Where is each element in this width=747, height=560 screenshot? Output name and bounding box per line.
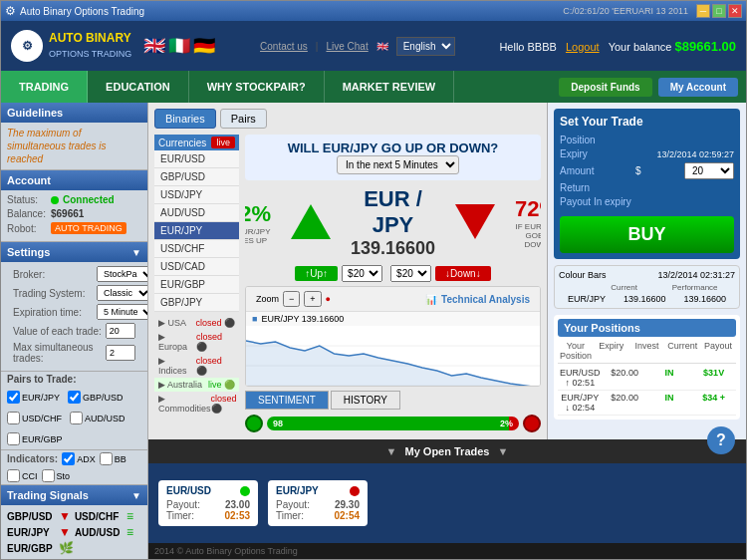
language-select[interactable]: English <box>396 37 455 56</box>
live-chat-link[interactable]: Live Chat <box>326 41 368 52</box>
trade-card-eurusd: EUR/USD Payout: 23.00 Timer: 02:53 <box>158 480 258 526</box>
guidelines-text: The maximum of simultaneous trades is re… <box>1 123 147 169</box>
currency-item-eurjpy[interactable]: EUR/JPY <box>154 222 239 240</box>
trade-card-payout-row: Payout: 23.00 <box>166 499 250 510</box>
sentiment-up-pct: 98 <box>267 417 509 430</box>
history-tab[interactable]: HISTORY <box>331 391 400 410</box>
signals-list: GBP/USD ▼ USD/CHF ≡ EUR/JPY ▼ AUD/USD ≡ … <box>1 505 147 559</box>
percentage-row: 72% IF EUR/JPY GOES UP EUR / JPY 139.166… <box>245 186 541 259</box>
nav-tab-market[interactable]: MARKET REVIEW <box>325 71 455 103</box>
settings-section: Settings ▼ Broker: StockPair Trading Sys… <box>1 242 147 372</box>
broker-select[interactable]: StockPair <box>97 266 148 282</box>
logout-link[interactable]: Logout <box>566 41 600 53</box>
pairs-label: Pairs to Trade: <box>1 372 147 387</box>
up-control: ↑Up↑ $20 <box>295 265 382 282</box>
open-trades-bar[interactable]: ▼ My Open Trades ▼ <box>148 439 746 463</box>
binaries-tab[interactable]: Binaries <box>154 109 216 129</box>
amount-select[interactable]: 20 <box>684 162 734 179</box>
auto-trading-badge: AUTO TRADING <box>51 222 126 234</box>
my-account-button[interactable]: My Account <box>658 78 738 97</box>
signals-title: Trading Signals ▼ <box>1 485 147 505</box>
header-right: Hello BBBB Logout Your balance $89661.00 <box>499 39 736 54</box>
currency-item-eurgbp[interactable]: EUR/GBP <box>154 276 239 294</box>
technical-analysis-label: 📊 Technical Analysis <box>419 292 536 307</box>
sentiment-bar: 98 2% <box>245 414 541 433</box>
location-australia: ▶ Australialive 🟢 <box>154 378 239 392</box>
up-amount-select[interactable]: $20 <box>342 265 382 282</box>
chevron-down-icon-2: ▼ <box>497 445 508 457</box>
main-content-area: Binaries Pairs Currencies live EUR/USD <box>148 103 746 559</box>
trade-card-eurusd-header: EUR/USD <box>166 485 250 496</box>
nav-tab-education[interactable]: EDUCATION <box>88 71 189 103</box>
help-button[interactable]: ? <box>707 426 735 454</box>
settings-arrow: ▼ <box>131 247 141 258</box>
position-row-1: EUR/USD ↑ 02:51 $20.00 IN $31V <box>558 366 736 391</box>
pair-arrow-up <box>291 204 331 241</box>
chart-info-area: WILL EUR/JPY GO UP OR DOWN? In the next … <box>245 135 541 433</box>
currency-item-eurusd[interactable]: EUR/USD <box>154 150 239 168</box>
trading-system-select[interactable]: Classic <box>97 285 148 301</box>
nav-bar: TRADING EDUCATION WHY STOCKPAIR? MARKET … <box>1 71 746 103</box>
minimize-button[interactable]: ─ <box>696 4 710 18</box>
buy-sell-row: ↑Up↑ $20 $20 ↓Down↓ <box>245 265 541 282</box>
contact-link[interactable]: Contact us <box>260 41 308 52</box>
currency-item-usdjpy[interactable]: USD/JPY <box>154 186 239 204</box>
deposit-funds-button[interactable]: Deposit Funds <box>559 78 651 97</box>
live-badge: live <box>211 137 235 148</box>
sentiment-tab[interactable]: SENTIMENT <box>245 391 329 410</box>
value-input[interactable] <box>106 323 135 339</box>
nav-tab-why[interactable]: WHY STOCKPAIR? <box>189 71 325 103</box>
down-button[interactable]: ↓Down↓ <box>435 266 491 281</box>
trade-card-eurjpy-timer-row: Timer: 02:54 <box>276 510 360 521</box>
timeframe-select[interactable]: In the next 5 Minutes <box>337 155 459 174</box>
settings-title[interactable]: Settings ▼ <box>1 242 147 262</box>
max-trades-input[interactable] <box>106 345 135 361</box>
right-panel: Set Your Trade Position Expiry 13/2/2014… <box>547 103 746 439</box>
zoom-plus[interactable]: + <box>304 291 321 307</box>
positions-headers: Your Position Expiry Invest Current Payo… <box>558 341 736 364</box>
location-indices: ▶ Indicesclosed ⚫ <box>154 354 239 378</box>
location-europa: ▶ Europaclosed ⚫ <box>154 330 239 354</box>
balance-label: Your balance <box>609 41 672 53</box>
sentiment-down-pct: 2% <box>509 417 519 430</box>
sidebar: Guidelines The maximum of simultaneous t… <box>1 103 148 559</box>
account-details: Status: Connected Balance: $69661 Robot:… <box>1 190 147 241</box>
pair-arrow-down <box>455 204 495 241</box>
currency-item-gbpjpy[interactable]: GBP/JPY <box>154 294 239 312</box>
app-header: ⚙ AUTO BINARY OPTIONS TRADING 🇬🇧 🇮🇹 🇩🇪 C… <box>1 21 746 71</box>
guidelines-title: Guidelines <box>1 103 147 123</box>
sentiment-tabs: SENTIMENT HISTORY <box>245 391 541 410</box>
header-center: Contact us | Live Chat 🇬🇧 English <box>260 37 455 56</box>
footer: 2014 © Auto Binary Options Trading <box>148 543 746 559</box>
down-amount-select[interactable]: $20 <box>390 265 431 282</box>
up-button[interactable]: ↑Up↑ <box>295 266 338 281</box>
expiration-select[interactable]: 5 Minutes <box>97 304 148 320</box>
maximize-button[interactable]: □ <box>712 4 726 18</box>
currencies-header: Currencies live <box>154 135 239 150</box>
currencies-panel: Currencies live EUR/USD GBP/USD USD/JPY … <box>154 135 239 433</box>
open-trades-panel: EUR/USD Payout: 23.00 Timer: 02:53 EUR/J… <box>148 463 746 543</box>
locations-list: ▶ USAclosed ⚫ ▶ Europaclosed ⚫ ▶ Indices… <box>154 316 239 416</box>
buy-button[interactable]: BUY <box>560 216 734 253</box>
guidelines-section: Guidelines The maximum of simultaneous t… <box>1 103 147 170</box>
zoom-minus[interactable]: − <box>283 291 300 307</box>
close-button[interactable]: ✕ <box>728 4 742 18</box>
settings-content: Broker: StockPair Trading System: Classi… <box>1 262 147 371</box>
pairs-tab[interactable]: Pairs <box>220 109 267 129</box>
positions-title: Your Positions <box>558 319 736 337</box>
currency-item-gbpusd[interactable]: GBP/USD <box>154 168 239 186</box>
trading-panel: Binaries Pairs Currencies live EUR/USD <box>148 103 547 439</box>
indicators-section: Indicators: ADX BB CCI Sto <box>1 450 147 485</box>
nav-tab-trading[interactable]: TRADING <box>1 71 88 103</box>
pct-down-section: 72% IF EUR/JPY GOES DOWN <box>515 196 541 249</box>
trade-card-eurjpy-header: EUR/JPY <box>276 485 360 496</box>
currency-item-audusd[interactable]: AUD/USD <box>154 204 239 222</box>
position-row-2: EUR/JPY ↓ 02:54 $20.00 IN $34 + <box>558 391 736 416</box>
sentiment-section: SENTIMENT HISTORY 98 <box>245 387 541 433</box>
zoom-controls: Zoom − + ● <box>250 289 337 309</box>
nav-buttons: Deposit Funds My Account <box>559 78 746 97</box>
currency-item-usdcad[interactable]: USD/CAD <box>154 258 239 276</box>
currency-item-usdchf[interactable]: USD/CHF <box>154 240 239 258</box>
app-icon: ⚙ <box>5 4 16 18</box>
pct-up-section: 72% IF EUR/JPY GOES UP <box>245 201 271 245</box>
